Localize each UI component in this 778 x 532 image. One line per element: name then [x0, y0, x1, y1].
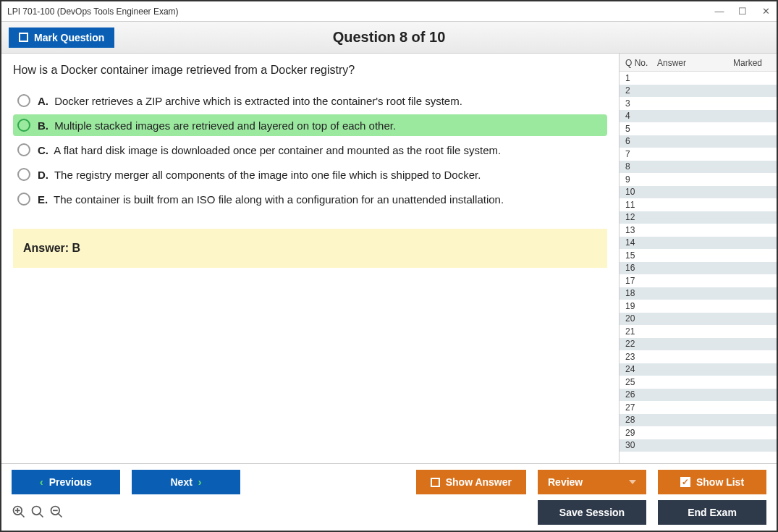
list-item[interactable]: 3 [620, 97, 777, 110]
list-item[interactable]: 25 [620, 376, 777, 389]
list-item[interactable]: 26 [620, 389, 777, 402]
list-item[interactable]: 27 [620, 401, 777, 414]
row-number: 21 [625, 326, 647, 337]
list-item[interactable]: 16 [620, 262, 777, 275]
list-header: Q No. Answer Marked [620, 54, 777, 72]
check-icon: ✓ [680, 477, 690, 487]
zoom-reset-icon[interactable] [30, 504, 45, 519]
review-label: Review [548, 476, 583, 488]
end-exam-button[interactable]: End Exam [658, 500, 766, 525]
list-item[interactable]: 15 [620, 249, 777, 262]
row-number: 3 [625, 98, 647, 109]
show-list-label: Show List [696, 476, 744, 488]
list-item[interactable]: 6 [620, 135, 777, 148]
review-button[interactable]: Review [538, 470, 646, 494]
option-text: A. Docker retrieves a ZIP archive which … [38, 95, 462, 107]
save-session-label: Save Session [559, 507, 625, 518]
header-marked: Marked [715, 58, 771, 68]
row-number: 16 [625, 263, 647, 273]
zoom-out-icon[interactable] [49, 504, 64, 519]
list-item[interactable]: 12 [620, 211, 777, 224]
row-number: 9 [625, 174, 647, 185]
window-controls: — ☐ ✕ [714, 6, 771, 17]
header-qno: Q No. [625, 58, 657, 68]
option-c[interactable]: C. A flat hard disk image is downloaded … [13, 139, 607, 161]
list-item[interactable]: 5 [620, 122, 777, 135]
row-number: 19 [625, 301, 647, 311]
list-item[interactable]: 7 [620, 148, 777, 161]
list-item[interactable]: 11 [620, 198, 777, 211]
answer-box: Answer: B [13, 229, 607, 268]
header-answer: Answer [657, 58, 715, 68]
svg-line-7 [59, 514, 62, 518]
svg-point-4 [33, 507, 41, 515]
previous-button[interactable]: ‹ Previous [12, 470, 120, 494]
row-number: 10 [625, 187, 647, 197]
list-item[interactable]: 8 [620, 161, 777, 174]
row-number: 29 [625, 428, 647, 438]
list-item[interactable]: 14 [620, 237, 777, 250]
app-window: LPI 701-100 (DevOps Tools Engineer Exam)… [0, 0, 778, 532]
question-counter: Question 8 of 10 [333, 29, 446, 46]
list-item[interactable]: 29 [620, 426, 777, 439]
option-text: D. The registry merger all components of… [38, 169, 481, 181]
row-number: 26 [625, 389, 647, 400]
close-icon[interactable]: ✕ [761, 6, 771, 17]
maximize-icon[interactable]: ☐ [737, 6, 748, 17]
mark-question-button[interactable]: Mark Question [9, 28, 114, 48]
chevron-left-icon: ‹ [40, 476, 43, 488]
next-button[interactable]: Next › [132, 470, 240, 494]
row-number: 17 [625, 276, 647, 286]
row-number: 8 [625, 161, 647, 172]
show-answer-button[interactable]: Show Answer [416, 470, 526, 494]
list-item[interactable]: 18 [620, 287, 777, 300]
question-list[interactable]: 1234567891011121314151617181920212223242… [620, 72, 777, 463]
body: How is a Docker container image retrieve… [1, 54, 777, 463]
row-number: 6 [625, 136, 647, 146]
list-item[interactable]: 30 [620, 439, 777, 452]
checkbox-icon [19, 33, 28, 42]
button-row-1: ‹ Previous Next › Show Answer Review ✓ S… [12, 470, 766, 494]
option-b[interactable]: B. Multiple stacked images are retrieved… [13, 114, 607, 136]
save-session-button[interactable]: Save Session [538, 500, 646, 525]
row-number: 18 [625, 288, 647, 298]
minimize-icon[interactable]: — [714, 6, 724, 17]
list-item[interactable]: 21 [620, 325, 777, 338]
list-item[interactable]: 19 [620, 300, 777, 313]
titlebar: LPI 701-100 (DevOps Tools Engineer Exam)… [1, 1, 777, 22]
row-number: 13 [625, 225, 647, 235]
question-list-panel: Q No. Answer Marked 12345678910111213141… [619, 54, 777, 463]
option-text: E. The container is built from an ISO fi… [38, 193, 504, 206]
question-text: How is a Docker container image retrieve… [13, 64, 607, 77]
row-number: 5 [625, 124, 647, 134]
radio-icon [17, 119, 30, 132]
list-item[interactable]: 24 [620, 363, 777, 376]
list-item[interactable]: 10 [620, 186, 777, 199]
list-item[interactable]: 9 [620, 173, 777, 186]
show-list-button[interactable]: ✓ Show List [658, 470, 766, 494]
list-item[interactable]: 28 [620, 414, 777, 427]
list-item[interactable]: 23 [620, 350, 777, 363]
list-item[interactable]: 4 [620, 110, 777, 123]
zoom-in-icon[interactable] [12, 504, 26, 519]
radio-icon [17, 143, 30, 156]
end-exam-label: End Exam [688, 507, 737, 518]
option-text: C. A flat hard disk image is downloaded … [38, 144, 501, 156]
option-e[interactable]: E. The container is built from an ISO fi… [13, 188, 607, 210]
previous-label: Previous [49, 476, 92, 488]
svg-line-1 [21, 514, 25, 518]
list-item[interactable]: 2 [620, 85, 777, 98]
svg-line-5 [40, 514, 43, 518]
window-title: LPI 701-100 (DevOps Tools Engineer Exam) [7, 7, 179, 17]
row-number: 7 [625, 149, 647, 159]
zoom-controls [12, 503, 64, 522]
option-d[interactable]: D. The registry merger all components of… [13, 164, 607, 185]
show-answer-label: Show Answer [446, 476, 512, 488]
list-item[interactable]: 1 [620, 72, 777, 85]
list-item[interactable]: 17 [620, 274, 777, 287]
list-item[interactable]: 13 [620, 224, 777, 237]
row-number: 1 [625, 73, 647, 83]
list-item[interactable]: 20 [620, 313, 777, 326]
option-a[interactable]: A. Docker retrieves a ZIP archive which … [13, 90, 607, 111]
list-item[interactable]: 22 [620, 338, 777, 351]
